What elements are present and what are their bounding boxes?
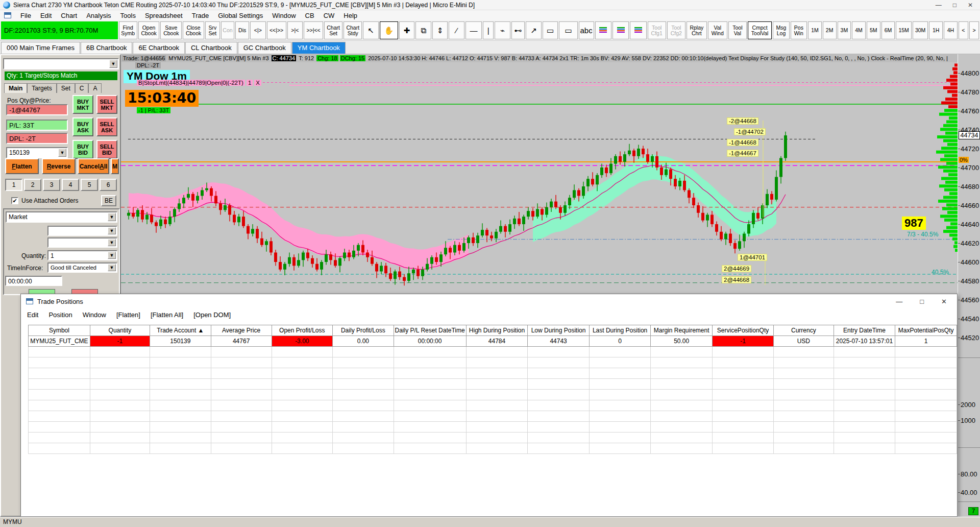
price-axis[interactable]: 4480044780447604474044720447004468044660… <box>958 54 980 527</box>
timeframe-4m-button[interactable]: 4M <box>852 21 866 39</box>
open-chartbook-button[interactable]: Open Cbook <box>138 21 160 39</box>
column-header-6[interactable]: Daily P/L Reset DateTime <box>394 325 466 336</box>
column-header-4[interactable]: Open Profit/Loss <box>272 325 333 336</box>
m-button[interactable]: M <box>111 158 119 174</box>
tool-values-button[interactable]: Tool Val <box>728 21 747 39</box>
chevron-down-icon[interactable]: ▼ <box>108 239 116 246</box>
trade-tab-c[interactable]: C <box>75 83 89 93</box>
scale-button-1[interactable]: 1 <box>5 179 22 191</box>
symbol-dropdown[interactable]: ▼ <box>3 58 119 69</box>
table-row[interactable]: MYMU25_FUT_CME-115013944767-3.000.0000:0… <box>29 336 957 347</box>
checkbox-checked-icon[interactable]: ✔ <box>11 197 18 204</box>
positions-window-titlebar[interactable]: Trade Positions —□✕ <box>21 294 957 308</box>
timeframe-1h-button[interactable]: 1H <box>929 21 943 39</box>
cancel-all-button[interactable]: CancelAll <box>78 158 109 174</box>
scale-button-3[interactable]: 3 <box>43 179 60 191</box>
chartbook-tab-ym-chartbook[interactable]: YM Chartbook <box>292 42 346 54</box>
horizontal-line-tool-icon[interactable]: — <box>465 21 482 39</box>
replay-chart-button[interactable]: Rplay Chrt <box>687 21 707 39</box>
working-order-label[interactable]: B|StopLmt|(44834)|44789|Open|0|(-22T) 1 … <box>137 80 261 86</box>
calculator-line-tool-icon[interactable]: ⧉ <box>415 21 431 39</box>
menu-window[interactable]: Window <box>272 12 296 19</box>
scale-button-4[interactable]: 4 <box>62 179 79 191</box>
column-header-8[interactable]: Low During Position <box>528 325 590 336</box>
column-header-7[interactable]: High During Position <box>466 325 528 336</box>
chevron-down-icon[interactable]: ▼ <box>108 264 116 271</box>
chevron-down-icon[interactable]: ▼ <box>108 227 116 234</box>
disconnect-button[interactable]: Dis <box>235 21 249 39</box>
buy-bid-button[interactable]: BUY BID <box>72 140 93 159</box>
timeframe-6m-button[interactable]: 6M <box>881 21 895 39</box>
trade-fill-tag[interactable]: 2@44669 <box>722 265 751 272</box>
menu-cb[interactable]: CB <box>305 12 314 19</box>
column-header-2[interactable]: Trade Account ▲ <box>150 325 211 336</box>
positions-menu-edit[interactable]: Edit <box>27 311 38 319</box>
scroll-left-button[interactable]: < <box>959 21 968 39</box>
menu-file[interactable]: File <box>20 12 31 19</box>
positions-menu-open-dom[interactable]: [Open DOM] <box>193 311 231 319</box>
chevron-down-icon[interactable]: ▼ <box>108 213 116 221</box>
menu-analysis[interactable]: Analysis <box>86 12 111 19</box>
server-settings-button[interactable]: Srv Set <box>205 21 220 39</box>
positions-menu-window[interactable]: Window <box>83 311 106 319</box>
trade-fill-tag[interactable]: 1@44701 <box>738 254 767 261</box>
account-dropdown[interactable]: 150139 ▼ <box>6 147 68 158</box>
menu-help[interactable]: Help <box>344 12 357 19</box>
arrow-tool-icon[interactable]: ↗ <box>526 21 541 39</box>
column-header-5[interactable]: Daily Profit/Loss <box>333 325 394 336</box>
positions-menu-position[interactable]: Position <box>48 311 72 319</box>
crosshair-tool-icon[interactable]: ✚ <box>399 21 414 39</box>
positions-menu-flatten[interactable]: [Flatten] <box>116 311 140 319</box>
trade-tab-a[interactable]: A <box>88 83 102 93</box>
column-header-12[interactable]: Currency <box>774 325 834 336</box>
trade-tab-main[interactable]: Main <box>4 83 27 93</box>
chartbook-tab-6b-chartbook[interactable]: 6B Chartbook <box>81 42 133 54</box>
trade-tab-set[interactable]: Set <box>57 83 75 93</box>
scroll-right-button[interactable]: > <box>969 21 979 39</box>
expand-button[interactable]: >>|<< <box>304 21 323 39</box>
sell-market-button[interactable]: SELL MKT <box>96 95 117 114</box>
quantity-dropdown[interactable]: 1 ▼ <box>47 250 117 260</box>
menu-chart[interactable]: Chart <box>61 12 77 19</box>
param2-dropdown[interactable]: ▼ <box>47 237 117 248</box>
order-cancel-icon[interactable]: X <box>254 80 261 86</box>
order-text[interactable]: B|StopLmt|(44834)|44789|Open|0|(-22T) <box>137 80 245 86</box>
expansion-tool-icon[interactable]: ⇕ <box>432 21 448 39</box>
column-header-11[interactable]: ServicePositionQty <box>712 325 773 336</box>
timeframe-5m-button[interactable]: 5M <box>867 21 880 39</box>
fib-extension-tool-icon[interactable] <box>630 21 646 39</box>
menu-tools[interactable]: Tools <box>120 12 136 19</box>
buy-market-button[interactable]: BUY MKT <box>72 95 93 114</box>
timeframe-2m-button[interactable]: 2M <box>823 21 837 39</box>
column-header-3[interactable]: Average Price <box>211 325 272 336</box>
filled-rectangle-tool-icon[interactable]: ▭ <box>559 21 577 39</box>
trade-fill-tag[interactable]: 2@44668 <box>722 276 751 283</box>
values-window-button[interactable]: Val Wind <box>708 21 727 39</box>
hand-drag-tool-icon[interactable]: ✋ <box>380 21 398 39</box>
timeframe-1m-button[interactable]: 1M <box>808 21 822 39</box>
minimize-icon[interactable]: — <box>936 2 942 9</box>
chart-studies-button[interactable]: Chart Stdy <box>344 21 362 39</box>
menu-cw[interactable]: CW <box>324 12 335 19</box>
minimize-icon[interactable]: — <box>896 298 902 305</box>
flatten-button[interactable]: Flatten <box>5 158 39 174</box>
menu-edit[interactable]: Edit <box>40 12 52 19</box>
zigzag-tool-icon[interactable]: ⌁ <box>495 21 510 39</box>
menu-global-settings[interactable]: Global Settings <box>218 12 263 19</box>
text-tool-icon[interactable]: abc <box>579 21 594 39</box>
sell-ask-button[interactable]: SELL ASK <box>96 117 117 136</box>
positions-menu-flatten-all[interactable]: [Flatten All] <box>151 311 183 319</box>
chevron-down-icon[interactable]: ▼ <box>58 149 66 157</box>
column-header-0[interactable]: Symbol <box>29 325 90 336</box>
sell-bid-button[interactable]: SELL BID <box>96 140 117 159</box>
timeframe-3m-button[interactable]: 3M <box>838 21 851 39</box>
trade-tab-targets[interactable]: Targets <box>27 83 56 93</box>
maximize-icon[interactable]: □ <box>920 298 924 305</box>
timeframe-30m-button[interactable]: 30M <box>913 21 928 39</box>
message-log-button[interactable]: Msg Log <box>773 21 789 39</box>
scale-button-2[interactable]: 2 <box>24 179 41 191</box>
position-window-button[interactable]: Pos Win <box>791 21 807 39</box>
trade-fill-tag[interactable]: -2@44668 <box>727 117 758 125</box>
chartbook-tab-gc-chartbook[interactable]: GC Chartbook <box>238 42 291 54</box>
reverse-button[interactable]: Reverse <box>42 158 76 174</box>
